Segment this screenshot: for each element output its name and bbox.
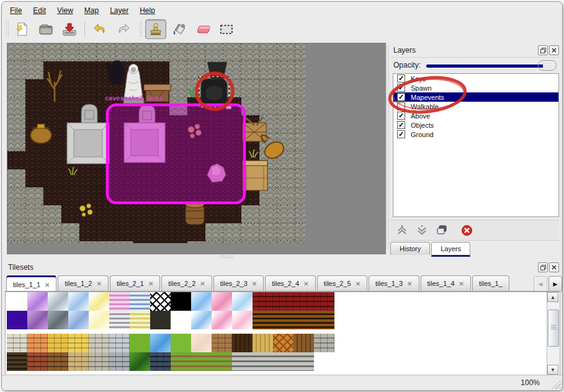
palette-tile-3-12[interactable] [253,352,273,371]
save-map-button[interactable] [59,19,80,39]
palette-tile-2-9[interactable] [191,334,212,352]
undo-button[interactable] [89,19,110,39]
layer-checkbox-ground[interactable]: ✓ [397,130,405,138]
layer-checkbox-walkable[interactable] [397,102,405,110]
palette-scrollbar[interactable]: ▲ ▼ [547,292,560,375]
tab-close-icon[interactable]: ✕ [303,280,308,287]
palette-tile-2-5[interactable] [109,334,130,352]
palette-tile-0-13[interactable] [273,292,293,311]
tab-close-icon[interactable]: ✕ [407,280,412,287]
tileset-tab-tiles_2_5[interactable]: tiles_2_5✕ [317,275,367,291]
palette-tile-1-1[interactable] [27,311,48,329]
palette-tile-3-9[interactable] [191,352,212,371]
palette-tile-3-4[interactable] [89,352,109,371]
tab-close-icon[interactable]: ✕ [96,280,101,287]
palette-tile-0-2[interactable] [48,292,68,311]
palette-tile-1-9[interactable] [191,311,212,329]
palette-tile-0-11[interactable] [232,292,253,311]
layer-row-objects[interactable]: ✓Objects [393,120,558,130]
redo-button[interactable] [113,19,134,39]
palette-tile-2-8[interactable] [171,334,191,352]
open-map-button[interactable] [35,19,56,39]
palette-tile-1-2[interactable] [48,311,68,329]
palette-tile-3-7[interactable] [150,352,171,371]
palette-tile-3-1[interactable] [27,352,48,371]
palette-tile-0-3[interactable] [68,292,89,311]
tab-close-icon[interactable]: ✕ [148,280,153,287]
duplicate-layer-button[interactable] [434,222,450,238]
palette-tile-0-6[interactable] [130,292,150,311]
menu-map[interactable]: Map [79,4,104,17]
new-map-button[interactable] [12,19,33,39]
palette-tile-0-8[interactable] [171,292,191,311]
tilesets-float-button[interactable] [538,262,548,272]
palette-tile-0-1[interactable] [27,292,48,311]
delete-layer-button[interactable] [459,222,475,238]
palette-tile-3-15[interactable] [314,352,334,371]
palette-tile-2-0[interactable] [7,334,27,352]
move-layer-up-button[interactable] [394,222,410,238]
palette-tile-1-11[interactable] [232,311,253,329]
map-canvas[interactable]: cavesnake2_boss [7,43,386,254]
tileset-tab-tiles_1_3[interactable]: tiles_1_3✕ [369,275,419,291]
menu-file[interactable]: File [4,4,27,17]
palette-tile-2-1[interactable] [27,334,48,352]
tab-history[interactable]: History [390,242,430,255]
layers-float-button[interactable] [538,45,548,55]
tilesets-close-button[interactable] [549,262,559,272]
palette-tile-1-10[interactable] [212,311,232,329]
canvas-splitter-handle[interactable] [220,255,233,259]
layer-checkbox-objects[interactable]: ✓ [397,121,405,129]
stamp-tool-button[interactable] [145,19,166,39]
palette-tile-3-8[interactable] [171,352,191,371]
palette-tile-2-10[interactable] [212,334,232,352]
palette-tile-3-11[interactable] [232,352,253,371]
palette-tile-1-6[interactable] [130,311,150,329]
map-selection-rect[interactable] [107,105,244,203]
palette-tile-3-13[interactable] [273,352,293,371]
palette-tile-3-6[interactable] [130,352,150,371]
palette-tile-1-3[interactable] [68,311,89,329]
tileset-tab-tiles_2_3[interactable]: tiles_2_3✕ [213,275,264,291]
menu-edit[interactable]: Edit [27,4,51,17]
tileset-tab-tiles_2_4[interactable]: tiles_2_4✕ [265,275,315,291]
tab-close-icon[interactable]: ✕ [45,282,50,288]
layer-row-above[interactable]: ✓Above [393,111,558,120]
palette-tile-3-5[interactable] [109,352,130,371]
palette-tile-1-8[interactable] [171,311,191,329]
palette-tile-2-14[interactable] [293,334,314,352]
tileset-tab-tiles_1_4[interactable]: tiles_1_4✕ [421,275,471,291]
tileset-tab-tiles_1_1[interactable]: tiles_1_1✕ [6,275,56,292]
palette-tile-2-13[interactable] [273,334,293,352]
scroll-up-button[interactable]: ▲ [547,292,558,302]
palette-tile-2-15[interactable] [314,334,334,352]
palette-tile-0-0[interactable] [7,292,27,311]
palette-tile-1-12[interactable] [253,311,273,329]
palette-tile-2-6[interactable] [130,334,150,352]
layer-checkbox-mapevents[interactable]: ✓ [397,93,405,101]
opacity-slider-track[interactable] [426,65,548,68]
palette-tile-2-12[interactable] [253,334,273,352]
palette-tile-0-12[interactable] [253,292,273,311]
layers-close-button[interactable] [549,45,559,55]
scroll-tabs-left-button[interactable]: ◀ [534,276,547,292]
tileset-tab-tiles_2_2[interactable]: tiles_2_2✕ [161,275,212,291]
palette-tile-3-3[interactable] [68,352,89,371]
tab-layers[interactable]: Layers [431,242,470,257]
move-layer-down-button[interactable] [414,222,430,238]
layer-row-ground[interactable]: ✓Ground [393,130,558,139]
palette-tile-1-15[interactable] [314,311,334,329]
palette-tile-0-4[interactable] [89,292,109,311]
menu-view[interactable]: View [51,4,79,17]
palette-tile-1-5[interactable] [109,311,130,329]
layer-row-mapevents[interactable]: ✓Mapevents [393,92,558,102]
palette-tile-3-10[interactable] [212,352,232,371]
layers-dock-grip[interactable] [386,45,390,250]
palette-tile-3-0[interactable] [7,352,27,371]
scrollbar-thumb[interactable] [548,310,559,347]
layer-row-walkable[interactable]: Walkable [393,102,558,111]
fill-tool-button[interactable] [169,19,190,39]
layer-checkbox-spawn[interactable]: ✓ [397,84,405,92]
toolbar-grip-2[interactable] [139,20,143,38]
palette-tile-1-4[interactable] [89,311,109,329]
